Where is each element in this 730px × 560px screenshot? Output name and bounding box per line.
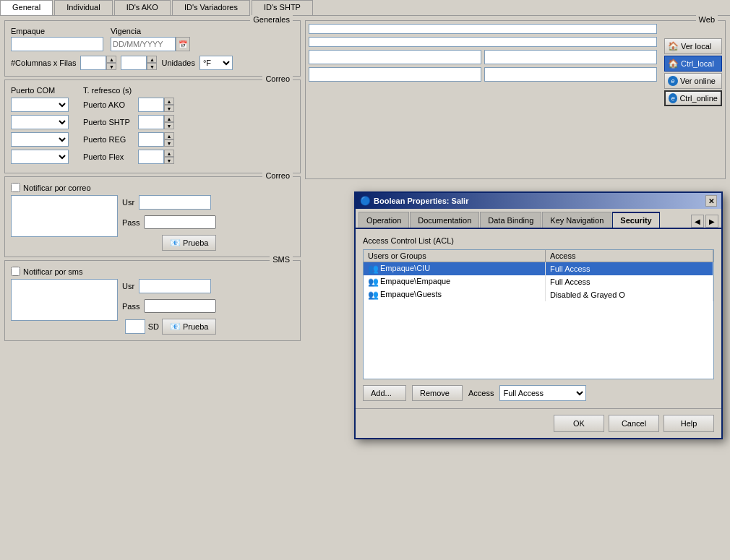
sms-usr-input[interactable] xyxy=(139,279,211,293)
shtp-up[interactable]: ▲ xyxy=(164,115,174,122)
empaque-label: Empaque xyxy=(11,27,103,35)
correo2-group: Correo Notificar por correo Usr Pass xyxy=(4,176,301,257)
col-up-btn[interactable]: ▲ xyxy=(106,56,116,63)
ctrl-local-button[interactable]: 🏠 Ctrl_local xyxy=(664,56,722,72)
ver-online-button[interactable]: e Ver online xyxy=(664,73,722,89)
top-tab-bar: General Individual ID's AKO ID's Variado… xyxy=(0,0,730,16)
puerto-reg-input[interactable]: 0 xyxy=(138,132,164,147)
acl-access-cell: Full Access xyxy=(545,275,713,288)
t-refresco-label: T. refresco (s) xyxy=(83,86,174,95)
tab-nav-prev[interactable]: ◀ xyxy=(691,215,704,228)
remove-button[interactable]: Remove xyxy=(412,385,463,401)
tab-ids-shtp[interactable]: ID's SHTP xyxy=(252,0,313,15)
add-button[interactable]: Add... xyxy=(363,385,406,401)
acl-table-row[interactable]: 👥Empaque\GuestsDisabled & Grayed O xyxy=(364,288,713,301)
tab-ids-ako[interactable]: ID's AKO xyxy=(114,0,171,15)
notificar-sms-checkbox[interactable] xyxy=(11,267,20,276)
modal-footer: OK Cancel Help xyxy=(356,408,721,438)
date-picker-button[interactable]: 📅 xyxy=(176,37,190,51)
usr-label: Usr xyxy=(122,198,134,207)
generales-group: Generales Empaque Vigencia 📅 #Columnas x… xyxy=(4,20,301,77)
acl-table-wrap[interactable]: Users or Groups Access 👥Empaque\CIUFull … xyxy=(363,249,714,379)
acl-table-row[interactable]: 👥Empaque\CIUFull Access xyxy=(364,262,713,276)
acl-user-cell: 👥Empaque\Guests xyxy=(364,288,545,301)
modal-tab-operation[interactable]: Operation xyxy=(358,212,409,228)
modal-tab-security[interactable]: Security xyxy=(612,212,659,228)
com-select-1[interactable] xyxy=(11,98,69,112)
web-input-2[interactable] xyxy=(309,37,657,47)
com-select-2[interactable] xyxy=(11,115,69,129)
puerto-com-label: Puerto COM xyxy=(11,86,69,95)
generales-title: Generales xyxy=(250,15,293,24)
tab-general[interactable]: General xyxy=(0,0,53,15)
user-icon: 👥 xyxy=(368,290,378,300)
unidades-select[interactable]: °F xyxy=(199,56,233,70)
flex-up[interactable]: ▲ xyxy=(164,150,174,157)
empaque-input[interactable] xyxy=(11,37,103,51)
ctrl-online-button[interactable]: e Ctrl_online xyxy=(664,90,722,106)
com-select-3[interactable] xyxy=(11,132,69,147)
web-buttons-column: 🏠 Ver local 🏠 Ctrl_local e Ver online e … xyxy=(664,38,722,106)
web-input-1[interactable] xyxy=(309,24,657,34)
ako-up[interactable]: ▲ xyxy=(164,98,174,105)
filas-input[interactable]: 0 xyxy=(121,56,147,70)
user-icon: 👥 xyxy=(368,277,378,287)
col-input[interactable]: 0 xyxy=(80,56,106,70)
vigencia-input[interactable] xyxy=(111,37,176,51)
ako-down[interactable]: ▼ xyxy=(164,105,174,112)
modal-tab-documentation[interactable]: Documentation xyxy=(410,212,479,228)
puerto-ako-input[interactable]: 0 xyxy=(138,98,164,112)
modal-close-button[interactable]: ✕ xyxy=(705,195,717,207)
acl-table-row[interactable]: 👥Empaque\EmpaqueFull Access xyxy=(364,275,713,288)
tab-individual[interactable]: Individual xyxy=(54,0,112,15)
modal-dialog: 🔵 Boolean Properties: Salir ✕ Operation … xyxy=(354,191,723,439)
modal-tab-key-navigation[interactable]: Key Navigation xyxy=(542,212,611,228)
help-button[interactable]: Help xyxy=(664,415,714,432)
col-down-btn[interactable]: ▼ xyxy=(106,63,116,70)
puerto-ako-label: Puerto AKO xyxy=(83,100,134,109)
left-panel: Generales Empaque Vigencia 📅 #Columnas x… xyxy=(4,20,301,556)
pass-input[interactable] xyxy=(144,215,216,229)
ver-local-button[interactable]: 🏠 Ver local xyxy=(664,38,722,54)
modal-tabs: Operation Documentation Data Binding Key… xyxy=(356,209,721,229)
col-spinner: 0 ▲ ▼ xyxy=(80,56,116,70)
acl-access-cell: Disabled & Grayed O xyxy=(545,288,713,301)
modal-tab-data-binding[interactable]: Data Binding xyxy=(480,212,541,228)
sms-value-input[interactable]: 0 xyxy=(125,319,145,334)
web-title: Web xyxy=(696,15,718,24)
web-input-3b[interactable] xyxy=(484,50,657,64)
puerto-flex-input[interactable]: 0 xyxy=(138,150,164,164)
web-input-4a[interactable] xyxy=(309,67,481,82)
vigencia-label: Vigencia xyxy=(111,27,190,35)
modal-icon: 🔵 xyxy=(360,196,371,206)
web-input-4b[interactable] xyxy=(484,67,657,82)
shtp-down[interactable]: ▼ xyxy=(164,122,174,129)
cancel-button[interactable]: Cancel xyxy=(609,415,659,432)
sms-pass-input[interactable] xyxy=(144,299,216,313)
sms-textarea[interactable] xyxy=(11,279,118,321)
reg-down[interactable]: ▼ xyxy=(164,139,174,147)
tab-nav-next[interactable]: ▶ xyxy=(705,215,718,228)
correo-textarea[interactable] xyxy=(11,195,118,237)
home-icon-2: 🏠 xyxy=(668,59,679,69)
filas-up-btn[interactable]: ▲ xyxy=(147,56,157,63)
reg-up[interactable]: ▲ xyxy=(164,132,174,139)
filas-spinner: 0 ▲ ▼ xyxy=(121,56,157,70)
tab-ids-variadores[interactable]: ID's Variadores xyxy=(172,0,250,15)
ok-button[interactable]: OK xyxy=(554,415,604,432)
notificar-correo-checkbox[interactable] xyxy=(11,183,20,192)
prueba-sms-button[interactable]: 📧 Prueba xyxy=(162,319,216,335)
prueba-correo-button[interactable]: 📧 Prueba xyxy=(162,235,216,251)
filas-down-btn[interactable]: ▼ xyxy=(147,63,157,70)
sms-usr-label: Usr xyxy=(122,282,134,290)
ie-icon-2: e xyxy=(669,93,677,103)
puerto-shtp-input[interactable]: 0 xyxy=(138,115,164,129)
com-group: Correo Puerto COM xyxy=(4,79,301,173)
com-select-4[interactable] xyxy=(11,150,69,164)
correo1-title: Correo xyxy=(262,74,293,83)
acl-bottom-controls: Add... Remove Access Full AccessRead Onl… xyxy=(363,385,714,401)
flex-down[interactable]: ▼ xyxy=(164,157,174,164)
access-select[interactable]: Full AccessRead OnlyDisabledDisabled & G… xyxy=(499,385,586,401)
usr-input[interactable] xyxy=(139,195,211,210)
web-input-3a[interactable] xyxy=(309,50,481,64)
